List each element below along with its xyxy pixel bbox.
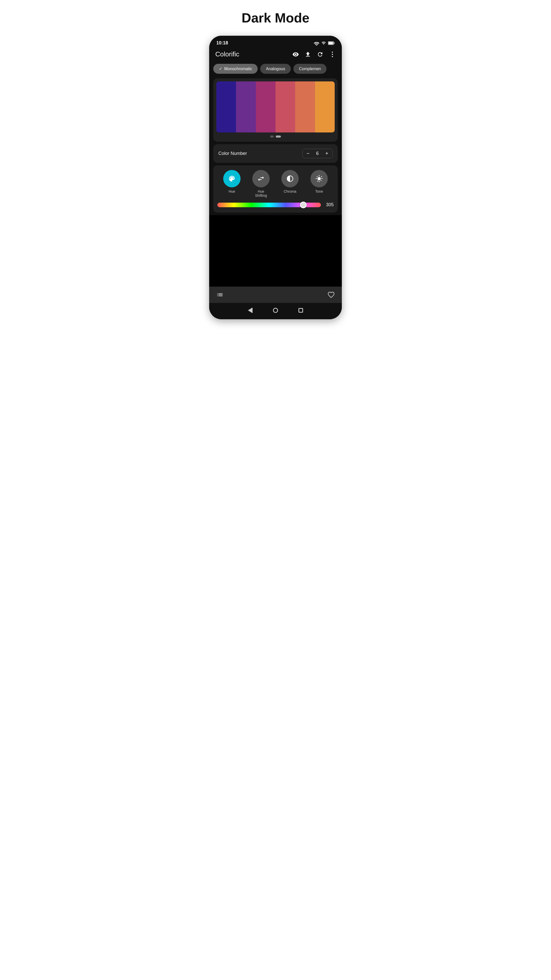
tab-monochromatic[interactable]: ✓ Monochromatic [213, 64, 258, 74]
tab-complementary[interactable]: Complemen [293, 64, 327, 74]
dot-1 [270, 135, 274, 138]
hue-label: Hue [229, 189, 235, 193]
share-icon[interactable] [305, 51, 311, 58]
wifi-icon [314, 41, 319, 45]
tone-button[interactable] [310, 170, 328, 187]
more-options-icon[interactable] [329, 51, 336, 58]
dot-2 [276, 135, 281, 138]
color-strip-1[interactable] [216, 81, 236, 132]
chroma-button-wrap: Chroma [281, 170, 299, 197]
top-action-buttons [292, 51, 336, 58]
signal-icon [321, 41, 326, 45]
list-icon[interactable] [216, 291, 224, 298]
svg-rect-2 [329, 42, 333, 44]
filter-tabs: ✓ Monochromatic Analogous Complemen [209, 62, 342, 76]
nav-home-button[interactable] [273, 308, 278, 313]
status-time: 10:18 [216, 40, 228, 46]
tab-analogous[interactable]: Analogous [260, 64, 291, 74]
app-name: Colorific [215, 50, 239, 58]
swap-icon [257, 175, 265, 183]
refresh-icon[interactable] [317, 51, 324, 58]
stepper-minus[interactable]: − [303, 149, 314, 158]
chroma-button[interactable] [281, 170, 299, 187]
chroma-label: Chroma [284, 189, 297, 193]
hue-button[interactable] [223, 170, 241, 187]
tab-complementary-label: Complemen [299, 67, 321, 71]
empty-area [209, 215, 342, 286]
contrast-icon [286, 175, 294, 183]
battery-icon [328, 41, 335, 45]
hue-button-wrap: Hue [223, 170, 241, 197]
color-strips[interactable] [216, 81, 335, 132]
hue-shifting-label: HueShifting [255, 189, 267, 197]
tone-label: Tone [315, 189, 323, 193]
color-strip-5[interactable] [295, 81, 315, 132]
status-icons [314, 41, 335, 45]
hue-slider-thumb[interactable] [300, 202, 306, 208]
control-button-group: Hue HueShifting Chroma [218, 170, 333, 197]
svg-point-5 [332, 56, 333, 57]
svg-point-4 [332, 54, 333, 55]
tone-button-wrap: Tone [310, 170, 328, 197]
bottom-bar [209, 286, 342, 303]
stepper-value: 6 [313, 149, 321, 158]
svg-rect-1 [334, 42, 335, 44]
status-bar: 10:18 [209, 36, 342, 48]
color-stepper: − 6 + [302, 149, 333, 158]
color-strip-6[interactable] [315, 81, 335, 132]
svg-point-3 [332, 52, 333, 52]
color-number-card: Color Number − 6 + [213, 144, 338, 163]
color-strip-4[interactable] [275, 81, 295, 132]
eye-icon[interactable] [292, 51, 299, 58]
check-icon: ✓ [219, 66, 222, 71]
nav-recent-button[interactable] [299, 308, 303, 313]
hue-value: 305 [324, 202, 333, 207]
hue-slider-row: 305 [218, 202, 333, 207]
page-title: Dark Mode [241, 10, 310, 25]
palette-card [213, 78, 338, 142]
hue-shifting-button[interactable] [252, 170, 270, 187]
brightness-icon [315, 175, 323, 183]
hue-slider-track[interactable] [218, 203, 321, 207]
top-app-bar: Colorific [209, 48, 342, 62]
palette-dots [216, 135, 335, 138]
heart-icon[interactable] [327, 291, 335, 298]
controls-card: Hue HueShifting Chroma [213, 165, 338, 213]
phone-frame: 10:18 Colorific [209, 36, 342, 319]
color-strip-2[interactable] [236, 81, 256, 132]
palette-icon [228, 175, 236, 183]
color-number-label: Color Number [218, 151, 247, 156]
stepper-plus[interactable]: + [321, 149, 332, 158]
android-nav-bar [209, 303, 342, 319]
color-strip-3[interactable] [256, 81, 275, 132]
hue-shifting-button-wrap: HueShifting [252, 170, 270, 197]
tab-monochromatic-label: Monochromatic [224, 67, 252, 71]
tab-analogous-label: Analogous [266, 67, 285, 71]
nav-back-button[interactable] [248, 307, 252, 313]
